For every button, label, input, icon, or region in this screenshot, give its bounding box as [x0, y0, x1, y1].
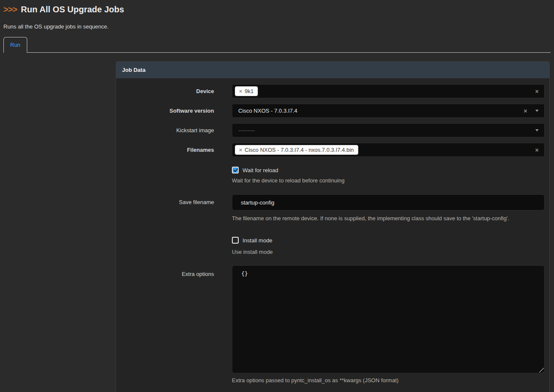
install-mode-checkbox[interactable]	[232, 237, 239, 244]
clear-icon[interactable]: ×	[535, 147, 539, 153]
device-select[interactable]: × 9k1 ×	[232, 84, 545, 98]
tab-run-label: Run	[10, 42, 20, 48]
form-row-software-version: Software version Cisco NXOS - 7.0.3.I7.4…	[121, 104, 545, 118]
extra-options-label: Extra options	[121, 265, 232, 277]
clear-icon[interactable]: ×	[535, 88, 539, 94]
save-filename-help: The filename on the remote device. If no…	[232, 215, 545, 222]
panel-heading: Job Data	[116, 62, 549, 78]
wait-for-reload-row: Wait for reload	[232, 167, 545, 173]
software-version-label: Software version	[121, 104, 232, 118]
page-title-text: Run All OS Upgrade Jobs	[21, 5, 124, 14]
software-version-value: Cisco NXOS - 7.0.3.I7.4	[238, 108, 297, 114]
main-content: Job Data Device × 9k1 ×	[116, 61, 550, 392]
wait-for-reload-checkbox[interactable]	[232, 167, 239, 173]
kickstart-image-label: Kickstart image	[121, 124, 232, 137]
job-form: Device × 9k1 × Software version	[116, 78, 549, 392]
software-version-select[interactable]: Cisco NXOS - 7.0.3.I7.4 ×	[232, 104, 545, 118]
install-mode-row: Install mode	[232, 237, 545, 244]
filenames-label: Filenames	[121, 143, 232, 157]
form-row-device: Device × 9k1 ×	[121, 84, 545, 98]
kickstart-image-select[interactable]: ---------	[232, 123, 545, 137]
save-filename-label: Save filename	[121, 194, 232, 210]
wait-for-reload-label[interactable]: Wait for reload	[243, 167, 278, 173]
filenames-selected-tag: × Cisco NXOS - 7.0.3.I7.4 - nxos.7.0.3.I…	[235, 145, 358, 155]
job-class-prefix: >>>	[3, 5, 17, 14]
job-description: Runs all the OS upgrade jobs in sequence…	[3, 23, 551, 30]
wait-for-reload-help: Wait for the device to reload before con…	[232, 177, 545, 184]
clear-icon[interactable]: ×	[524, 108, 527, 114]
extra-options-textarea[interactable]: {}	[232, 265, 545, 373]
form-row-extra-options: Extra options {}	[121, 265, 545, 373]
tab-run[interactable]: Run	[3, 37, 27, 53]
save-filename-input[interactable]	[232, 194, 545, 210]
device-label: Device	[121, 85, 232, 98]
page-title: >>>Run All OS Upgrade Jobs	[3, 3, 551, 14]
kickstart-image-placeholder: ---------	[238, 127, 255, 134]
extra-options-help: Extra options passed to pyntc_install_os…	[232, 377, 545, 383]
chevron-down-icon[interactable]	[535, 129, 539, 131]
remove-tag-icon[interactable]: ×	[239, 148, 242, 153]
filenames-select[interactable]: × Cisco NXOS - 7.0.3.I7.4 - nxos.7.0.3.I…	[232, 143, 545, 157]
form-row-filenames: Filenames × Cisco NXOS - 7.0.3.I7.4 - nx…	[121, 143, 545, 157]
chevron-down-icon[interactable]	[535, 110, 539, 112]
filenames-tag-label: Cisco NXOS - 7.0.3.I7.4 - nxos.7.0.3.I7.…	[245, 147, 354, 153]
page-header: >>>Run All OS Upgrade Jobs Runs all the …	[0, 0, 554, 30]
job-data-panel: Job Data Device × 9k1 ×	[116, 61, 550, 392]
form-row-kickstart-image: Kickstart image ---------	[121, 123, 545, 137]
device-tag-label: 9k1	[245, 88, 254, 94]
device-selected-tag: × 9k1	[235, 86, 258, 96]
install-mode-help: Use install mode	[232, 249, 545, 255]
form-row-save-filename: Save filename	[121, 194, 545, 210]
remove-tag-icon[interactable]: ×	[239, 89, 242, 94]
install-mode-label[interactable]: Install mode	[243, 237, 272, 244]
tab-bar: Run	[3, 37, 551, 53]
